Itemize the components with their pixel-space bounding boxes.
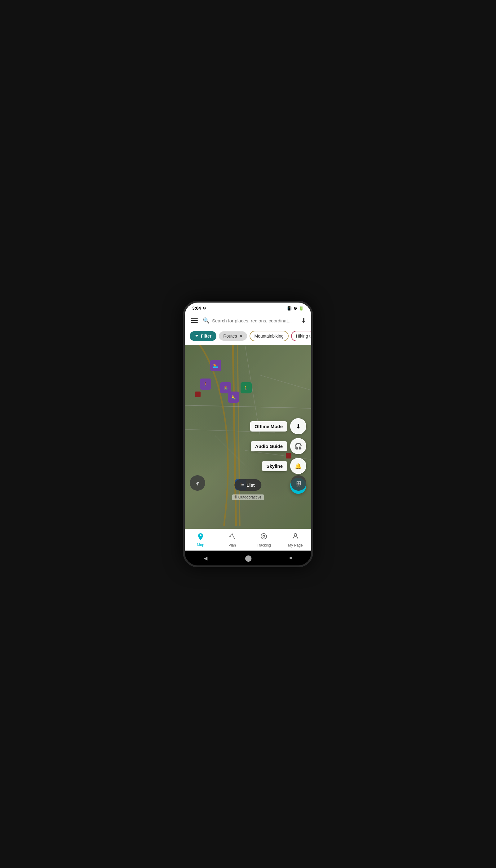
- time-display: 3:04: [192, 306, 201, 311]
- layers-icon: ⊞: [296, 479, 301, 487]
- signal-icon: ⊙: [203, 306, 206, 310]
- search-icon: 🔍: [203, 317, 210, 324]
- nav-mypage-label: My Page: [288, 543, 303, 547]
- battery-icon: 🔋: [299, 306, 304, 311]
- offline-mode-button[interactable]: ⬇: [290, 418, 306, 434]
- chip-hiking-label: Hiking t: [296, 334, 311, 339]
- hamburger-line-3: [191, 322, 198, 323]
- swim-icon: 🏊: [213, 363, 218, 368]
- recent-icon: ■: [290, 555, 293, 561]
- svg-line-12: [232, 534, 234, 539]
- list-icon: ≡: [241, 482, 244, 487]
- vibrate-icon: 📳: [287, 306, 292, 311]
- search-bar: 🔍: [203, 317, 297, 324]
- nav-tracking-label: Tracking: [257, 543, 271, 547]
- svg-point-14: [263, 536, 265, 537]
- offline-mode-label: Offline Mode: [250, 421, 287, 432]
- fab-row-audio: Audio Guide 🎧: [251, 438, 306, 454]
- layers-button[interactable]: ⊞: [291, 475, 306, 491]
- svg-point-15: [294, 533, 297, 536]
- chip-routes[interactable]: Routes ✕: [219, 331, 247, 341]
- list-label: List: [246, 482, 255, 487]
- chip-routes-label: Routes: [223, 334, 237, 339]
- filter-icon: [195, 334, 199, 338]
- nav-plan-label: Plan: [229, 543, 236, 547]
- fab-row-skyline: Skyline 🔔: [262, 458, 306, 474]
- chip-routes-close-icon[interactable]: ✕: [239, 334, 243, 339]
- android-back-button[interactable]: ◀: [204, 555, 207, 561]
- location-icon: ➤: [193, 479, 202, 487]
- list-button[interactable]: ≡ List: [234, 479, 261, 491]
- map-area[interactable]: 🏊 🚶 🚴 🚴 🚶 🚴 Offline Mode ⬇: [185, 345, 311, 531]
- nav-item-tracking[interactable]: Tracking: [248, 529, 280, 551]
- audio-guide-icon: 🎧: [294, 443, 302, 450]
- nav-item-plan[interactable]: Plan: [216, 529, 248, 551]
- map-copyright: © Outdooractive: [232, 494, 264, 500]
- hamburger-line-2: [191, 320, 198, 321]
- hike-icon: 🚶: [243, 385, 249, 390]
- download-icon: ⬇: [301, 317, 306, 324]
- nav-plan-icon: [229, 532, 236, 542]
- home-icon: ⬤: [245, 554, 252, 562]
- audio-guide-button[interactable]: 🎧: [290, 438, 306, 454]
- offline-mode-icon: ⬇: [296, 422, 301, 430]
- skyline-button[interactable]: 🔔: [290, 458, 306, 474]
- filter-button[interactable]: Filter: [190, 331, 216, 341]
- status-time-area: 3:04 ⊙: [192, 306, 206, 311]
- marker-swimming[interactable]: 🏊: [210, 360, 221, 371]
- nav-item-mypage[interactable]: My Page: [280, 529, 311, 551]
- android-recent-button[interactable]: ■: [290, 555, 293, 561]
- nav-map-label: Map: [197, 543, 204, 547]
- fab-row-offline: Offline Mode ⬇: [250, 418, 306, 434]
- phone-frame: 3:04 ⊙ 📳 ⊖ 🔋 🔍 ⬇ Filter Routes: [183, 301, 313, 567]
- svg-line-11: [230, 534, 232, 536]
- nav-mypage-icon: [292, 532, 299, 542]
- download-button[interactable]: ⬇: [301, 317, 306, 324]
- bottom-nav: Map Plan Tracking: [185, 529, 311, 551]
- marker-walking-1[interactable]: 🚶: [200, 378, 211, 390]
- chip-mountainbiking[interactable]: Mountainbiking: [250, 331, 289, 341]
- walk-icon: 🚶: [203, 382, 208, 387]
- marker-hiking[interactable]: 🚶: [241, 382, 252, 393]
- filter-label: Filter: [201, 334, 212, 339]
- top-bar: 🔍 ⬇: [185, 314, 311, 328]
- audio-guide-label: Audio Guide: [251, 441, 287, 451]
- android-nav-bar: ◀ ⬤ ■: [185, 551, 311, 565]
- chip-mountainbiking-label: Mountainbiking: [254, 334, 284, 339]
- skyline-label: Skyline: [262, 461, 287, 471]
- location-button[interactable]: ➤: [190, 475, 205, 491]
- dnd-icon: ⊖: [294, 306, 297, 311]
- marker-biking-2[interactable]: 🚴: [228, 391, 239, 403]
- back-icon: ◀: [204, 555, 207, 561]
- status-icons: 📳 ⊖ 🔋: [287, 306, 304, 311]
- android-home-button[interactable]: ⬤: [245, 554, 252, 562]
- hamburger-button[interactable]: [190, 317, 199, 324]
- nav-item-map[interactable]: Map: [185, 529, 216, 551]
- filter-bar: Filter Routes ✕ Mountainbiking Hiking t: [185, 328, 311, 345]
- svg-point-13: [261, 533, 267, 539]
- nav-tracking-icon: [260, 532, 267, 542]
- nav-map-icon: [197, 532, 204, 542]
- bike-icon-2: 🚴: [231, 394, 236, 400]
- marker-red-1[interactable]: [195, 391, 201, 397]
- skyline-icon: 🔔: [295, 463, 301, 469]
- bike-icon-1: 🚴: [223, 385, 229, 390]
- search-input[interactable]: [212, 318, 297, 323]
- status-bar: 3:04 ⊙ 📳 ⊖ 🔋: [185, 303, 311, 314]
- chip-hiking[interactable]: Hiking t: [291, 331, 311, 341]
- hamburger-line-1: [191, 319, 198, 319]
